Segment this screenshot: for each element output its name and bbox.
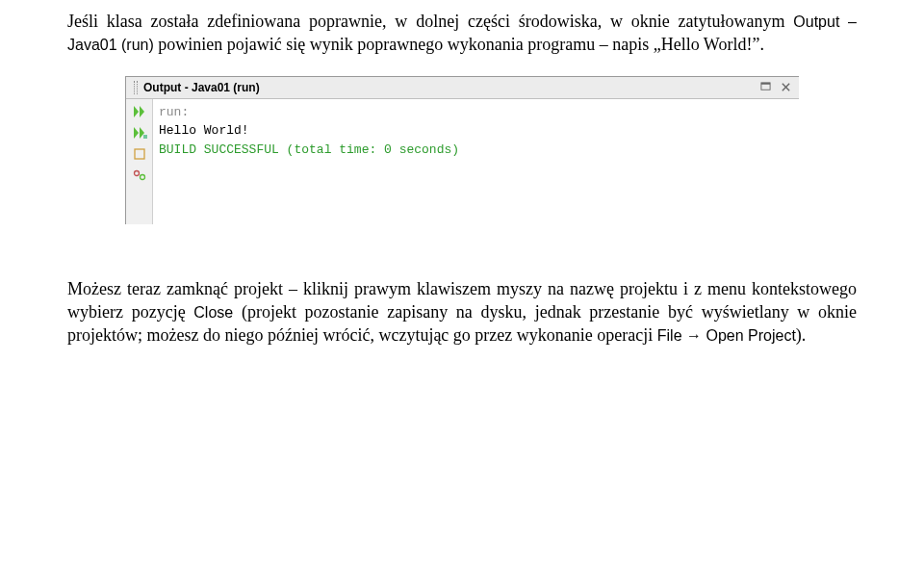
paragraph-2: Możesz teraz zamknąć projekt – kliknij p… (67, 277, 857, 348)
para1-text-prefix: Jeśli klasa została zdefiniowana poprawn… (67, 12, 793, 31)
svg-rect-1 (761, 83, 770, 85)
rerun-icon[interactable] (131, 103, 148, 120)
panel-grip-icon (134, 81, 138, 94)
minimize-icon[interactable] (760, 82, 771, 92)
close-icon[interactable] (781, 82, 791, 92)
console-line-build: BUILD SUCCESSFUL (total time: 0 seconds) (159, 141, 793, 160)
rerun-alt-icon[interactable] (131, 124, 148, 142)
svg-rect-4 (143, 135, 147, 139)
paragraph-1: Jeśli klasa została zdefiniowana poprawn… (67, 10, 857, 57)
console-line-run: run: (159, 103, 793, 122)
svg-rect-5 (135, 149, 144, 159)
output-panel-titlebar: Output - Java01 (run) (126, 77, 799, 99)
para1-text-middle: powinien pojawić się wynik poprawnego wy… (154, 35, 764, 54)
panel-title-left: Output - Java01 (run) (134, 81, 260, 94)
svg-point-6 (134, 170, 139, 175)
console-line-output: Hello World! (159, 121, 793, 141)
stop-icon[interactable] (131, 145, 148, 163)
output-panel-body: run: Hello World! BUILD SUCCESSFUL (tota… (126, 99, 799, 224)
output-panel: Output - Java01 (run) (125, 76, 799, 224)
panel-window-buttons (760, 82, 791, 92)
settings-icon[interactable] (131, 167, 148, 184)
para2-inline-code-2: File → Open Project (657, 327, 796, 344)
output-console: run: Hello World! BUILD SUCCESSFUL (tota… (153, 99, 799, 224)
output-panel-screenshot: Output - Java01 (run) (125, 76, 799, 224)
svg-point-7 (140, 174, 144, 179)
panel-title: Output - Java01 (run) (143, 81, 260, 94)
output-toolbar (126, 99, 153, 224)
para2-text-c: ). (796, 325, 807, 345)
para2-inline-code-1: Close (193, 304, 233, 321)
